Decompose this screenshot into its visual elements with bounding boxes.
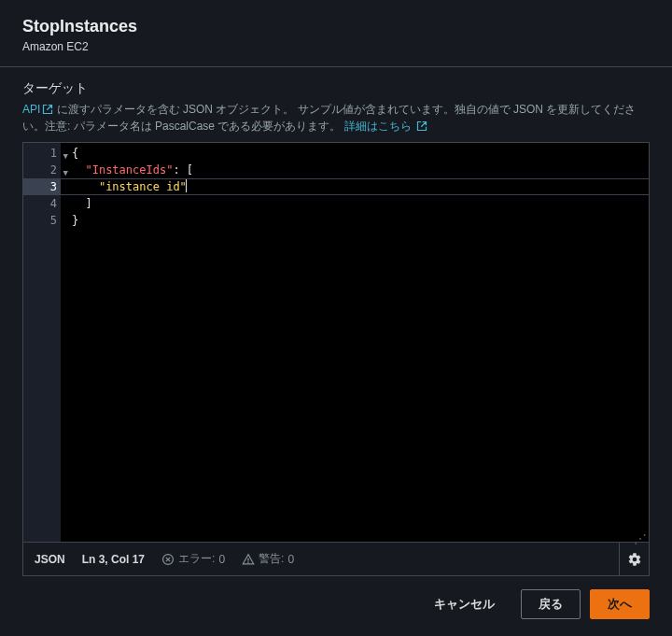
details-link[interactable]: 詳細はこちら — [344, 120, 427, 133]
editor-statusbar: JSON Ln 3, Col 17 エラー: 0 警告: 0 — [23, 542, 649, 575]
gutter-line: 4 — [23, 195, 61, 212]
json-editor[interactable]: 1▼2▼345 { "InstanceIds": [ "instance id"… — [22, 142, 650, 576]
status-errors: エラー: 0 — [161, 551, 225, 567]
page-subtitle: Amazon EC2 — [22, 40, 650, 53]
page-header: StopInstances Amazon EC2 — [0, 0, 672, 67]
field-label: ターゲット — [22, 80, 650, 97]
svg-point-1 — [247, 561, 249, 563]
status-language: JSON — [35, 553, 65, 566]
gutter-line: 1▼ — [23, 145, 61, 162]
wizard-footer: キャンセル 戻る 次へ — [0, 576, 672, 636]
editor-settings-button[interactable] — [619, 543, 649, 576]
target-section: ターゲット API に渡すパラメータを含む JSON オブジェクト。 サンプル値… — [0, 67, 672, 576]
editor-code[interactable]: { "InstanceIds": [ "instance id" ]} — [61, 143, 649, 542]
code-line[interactable]: } — [61, 212, 649, 229]
warning-icon — [242, 553, 255, 566]
next-button[interactable]: 次へ — [590, 589, 650, 619]
code-line[interactable]: ] — [61, 195, 649, 212]
external-link-icon — [42, 104, 53, 115]
page-title: StopInstances — [22, 17, 650, 36]
back-button[interactable]: 戻る — [521, 589, 581, 619]
error-icon — [161, 553, 175, 566]
text-cursor — [186, 179, 187, 192]
gutter-line: 3 — [23, 178, 61, 195]
code-line[interactable]: { — [61, 145, 649, 162]
code-line[interactable]: "instance id" — [61, 178, 649, 195]
api-link[interactable]: API — [22, 103, 57, 116]
gutter-line: 2▼ — [23, 162, 61, 178]
gutter-line: 5 — [23, 212, 61, 229]
status-cursor-position: Ln 3, Col 17 — [82, 553, 145, 566]
field-help: API に渡すパラメータを含む JSON オブジェクト。 サンプル値が含まれてい… — [22, 101, 650, 134]
editor-gutter: 1▼2▼345 — [23, 143, 61, 542]
cancel-button[interactable]: キャンセル — [417, 589, 511, 619]
code-line[interactable]: "InstanceIds": [ — [61, 162, 649, 178]
editor-body[interactable]: 1▼2▼345 { "InstanceIds": [ "instance id"… — [23, 143, 649, 542]
external-link-icon — [416, 120, 427, 132]
status-warnings: 警告: 0 — [242, 551, 294, 567]
gear-icon — [627, 552, 642, 567]
